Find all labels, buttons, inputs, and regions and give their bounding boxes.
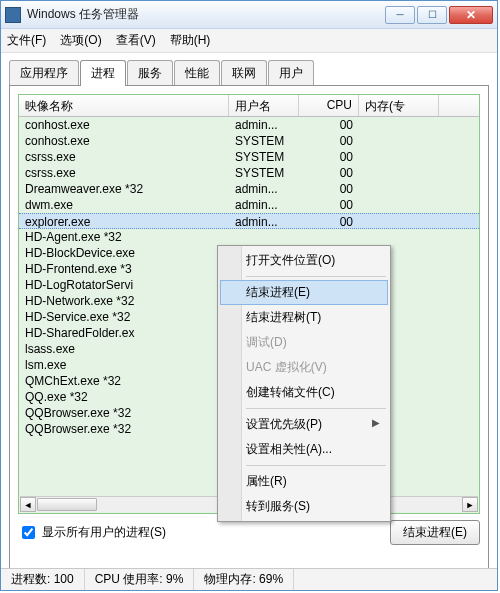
cell-memory: [359, 117, 439, 133]
col-cpu[interactable]: CPU: [299, 95, 359, 116]
cell-cpu: 00: [299, 165, 359, 181]
status-processes: 进程数: 100: [1, 569, 85, 590]
cell-user: admin...: [229, 181, 299, 197]
status-bar: 进程数: 100 CPU 使用率: 9% 物理内存: 69%: [1, 568, 497, 590]
close-button[interactable]: ✕: [449, 6, 493, 24]
cell-user: admin...: [229, 214, 299, 228]
ctx-separator: [246, 408, 386, 409]
show-all-users-input[interactable]: [22, 526, 35, 539]
menu-bar: 文件(F) 选项(O) 查看(V) 帮助(H): [1, 29, 497, 53]
menu-file[interactable]: 文件(F): [7, 32, 46, 49]
window-title: Windows 任务管理器: [27, 6, 385, 23]
ctx-go-to-service[interactable]: 转到服务(S): [220, 494, 388, 519]
menu-view[interactable]: 查看(V): [116, 32, 156, 49]
cell-image-name: conhost.exe: [19, 133, 229, 149]
cell-image-name: HD-Service.exe *32: [19, 309, 229, 325]
table-row[interactable]: conhost.exeadmin...00: [19, 117, 479, 133]
table-row[interactable]: csrss.exeSYSTEM00: [19, 149, 479, 165]
cell-image-name: lsass.exe: [19, 341, 229, 357]
cell-user: SYSTEM: [229, 133, 299, 149]
tab-services[interactable]: 服务: [127, 60, 173, 86]
app-icon: [5, 7, 21, 23]
cell-image-name: HD-BlockDevice.exe: [19, 245, 229, 261]
cell-image-name: HD-SharedFolder.ex: [19, 325, 229, 341]
cell-image-name: HD-Network.exe *32: [19, 293, 229, 309]
ctx-debug: 调试(D): [220, 330, 388, 355]
cell-memory: [359, 214, 439, 228]
cell-cpu: 00: [299, 149, 359, 165]
titlebar[interactable]: Windows 任务管理器 ─ ☐ ✕: [1, 1, 497, 29]
table-row[interactable]: dwm.exeadmin...00: [19, 197, 479, 213]
ctx-end-process[interactable]: 结束进程(E): [220, 280, 388, 305]
cell-user: admin...: [229, 197, 299, 213]
cell-image-name: csrss.exe: [19, 165, 229, 181]
tab-performance[interactable]: 性能: [174, 60, 220, 86]
table-row[interactable]: explorer.exeadmin...00: [19, 213, 479, 229]
ctx-set-priority[interactable]: 设置优先级(P)▶: [220, 412, 388, 437]
cell-memory: [359, 165, 439, 181]
cell-user: SYSTEM: [229, 149, 299, 165]
cell-memory: [359, 149, 439, 165]
scroll-thumb[interactable]: [37, 498, 97, 511]
table-header: 映像名称 用户名 CPU 内存(专: [19, 95, 479, 117]
table-row[interactable]: csrss.exeSYSTEM00: [19, 165, 479, 181]
ctx-properties[interactable]: 属性(R): [220, 469, 388, 494]
table-row[interactable]: conhost.exeSYSTEM00: [19, 133, 479, 149]
cell-image-name: explorer.exe: [19, 214, 229, 228]
maximize-button[interactable]: ☐: [417, 6, 447, 24]
cell-image-name: conhost.exe: [19, 117, 229, 133]
cell-cpu: 00: [299, 197, 359, 213]
cell-memory: [359, 133, 439, 149]
cell-user: [229, 229, 299, 245]
cell-cpu: 00: [299, 214, 359, 228]
cell-cpu: 00: [299, 117, 359, 133]
col-image-name[interactable]: 映像名称: [19, 95, 229, 116]
minimize-button[interactable]: ─: [385, 6, 415, 24]
cell-cpu: 00: [299, 133, 359, 149]
cell-image-name: HD-Frontend.exe *3: [19, 261, 229, 277]
cell-image-name: QQBrowser.exe *32: [19, 421, 229, 437]
ctx-create-dump[interactable]: 创建转储文件(C): [220, 380, 388, 405]
tab-users[interactable]: 用户: [268, 60, 314, 86]
ctx-open-file-location[interactable]: 打开文件位置(O): [220, 248, 388, 273]
status-memory: 物理内存: 69%: [194, 569, 294, 590]
cell-memory: [359, 181, 439, 197]
status-cpu: CPU 使用率: 9%: [85, 569, 195, 590]
show-all-users-label: 显示所有用户的进程(S): [42, 524, 166, 541]
col-memory[interactable]: 内存(专: [359, 95, 439, 116]
tab-strip: 应用程序 进程 服务 性能 联网 用户: [1, 53, 497, 85]
cell-image-name: QMChExt.exe *32: [19, 373, 229, 389]
cell-cpu: 00: [299, 181, 359, 197]
menu-help[interactable]: 帮助(H): [170, 32, 211, 49]
cell-image-name: HD-Agent.exe *32: [19, 229, 229, 245]
show-all-users-checkbox[interactable]: 显示所有用户的进程(S): [18, 523, 166, 542]
cell-memory: [359, 197, 439, 213]
menu-options[interactable]: 选项(O): [60, 32, 101, 49]
cell-memory: [359, 229, 439, 245]
ctx-end-process-tree[interactable]: 结束进程树(T): [220, 305, 388, 330]
scroll-right-button[interactable]: ►: [462, 497, 478, 512]
panel-bottom: 显示所有用户的进程(S) 结束进程(E): [18, 520, 480, 545]
chevron-right-icon: ▶: [372, 417, 380, 428]
scroll-left-button[interactable]: ◄: [20, 497, 36, 512]
cell-image-name: QQBrowser.exe *32: [19, 405, 229, 421]
cell-user: admin...: [229, 117, 299, 133]
cell-image-name: QQ.exe *32: [19, 389, 229, 405]
task-manager-window: Windows 任务管理器 ─ ☐ ✕ 文件(F) 选项(O) 查看(V) 帮助…: [0, 0, 498, 591]
ctx-separator: [246, 465, 386, 466]
ctx-set-affinity[interactable]: 设置相关性(A)...: [220, 437, 388, 462]
ctx-set-priority-label: 设置优先级(P): [246, 417, 322, 431]
tab-applications[interactable]: 应用程序: [9, 60, 79, 86]
ctx-separator: [246, 276, 386, 277]
table-row[interactable]: Dreamweaver.exe *32admin...00: [19, 181, 479, 197]
tab-networking[interactable]: 联网: [221, 60, 267, 86]
context-menu: 打开文件位置(O) 结束进程(E) 结束进程树(T) 调试(D) UAC 虚拟化…: [217, 245, 391, 522]
cell-user: SYSTEM: [229, 165, 299, 181]
table-row[interactable]: HD-Agent.exe *32: [19, 229, 479, 245]
tab-processes[interactable]: 进程: [80, 60, 126, 86]
col-user[interactable]: 用户名: [229, 95, 299, 116]
cell-image-name: lsm.exe: [19, 357, 229, 373]
end-process-button[interactable]: 结束进程(E): [390, 520, 480, 545]
cell-cpu: [299, 229, 359, 245]
cell-image-name: HD-LogRotatorServi: [19, 277, 229, 293]
